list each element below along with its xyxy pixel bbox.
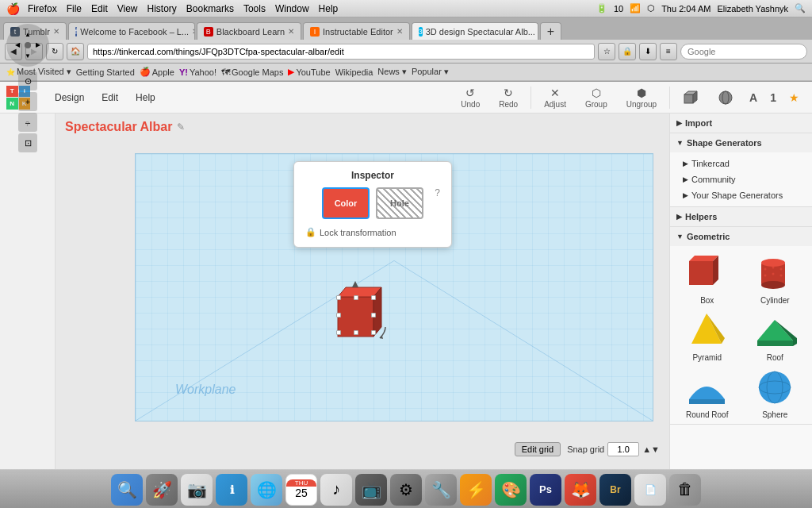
edit-title-icon[interactable]: ✎ (177, 121, 185, 133)
shape-round-roof[interactable]: Round Roof (675, 365, 740, 419)
menu-history[interactable]: History (147, 3, 177, 14)
community-subsection[interactable]: ▶ Community (676, 171, 806, 187)
dock-trash[interactable]: 🗑 (669, 474, 701, 506)
bookmark-star[interactable]: ☆ (598, 43, 615, 60)
dock-tools[interactable]: 🔧 (425, 474, 457, 506)
dock-settings-1[interactable]: ⚙ (390, 474, 422, 506)
redo-button[interactable]: ↻ Redo (489, 84, 527, 111)
tab-facebook[interactable]: f Welcome to Facebook – L... ✕ (68, 22, 195, 40)
dock-pages[interactable]: 📄 (634, 474, 666, 506)
number-button[interactable]: 1 (764, 89, 783, 106)
dock-photos[interactable]: 📷 (181, 474, 213, 506)
undo-button[interactable]: ↺ Undo (451, 84, 489, 111)
snap-grid-input[interactable] (607, 442, 639, 456)
tab-tinkercad[interactable]: 3 3D design Spectacular Alb... ✕ (412, 22, 538, 40)
dock-bridge[interactable]: Br (599, 474, 631, 506)
tab-close-tumblr[interactable]: ✕ (53, 27, 59, 36)
menu-firefox[interactable]: Firefox (28, 3, 57, 14)
tinkercad-label: Tinkercad (691, 159, 730, 168)
url-input[interactable] (87, 44, 595, 60)
tab-close-facebook[interactable]: ✕ (192, 27, 195, 36)
dock-firefox[interactable]: 🦊 (565, 474, 596, 506)
helpers-arrow: ▶ (676, 213, 682, 221)
bookmark-apple[interactable]: 🍎 Apple (140, 67, 174, 77)
import-header[interactable]: ▶ Import (670, 114, 812, 133)
dock-video[interactable]: 📺 (355, 474, 387, 506)
svg-marker-11 (352, 281, 358, 287)
dock-photoshop[interactable]: Ps (530, 474, 561, 506)
tab-close-instructable[interactable]: ✕ (396, 27, 403, 36)
group-icon: ⬡ (592, 87, 601, 99)
adjust-icon: ✕ (550, 87, 560, 99)
edit-menu[interactable]: Edit (93, 88, 127, 107)
menu-help[interactable]: Help (319, 3, 339, 14)
dock-paint[interactable]: 🎨 (495, 474, 527, 506)
menu-icon[interactable]: ≡ (660, 43, 677, 60)
hole-button[interactable]: Hole (376, 187, 423, 219)
tab-close-blackboard[interactable]: ✕ (288, 27, 294, 36)
shape-roof[interactable]: Roof (743, 308, 808, 362)
zoom-out-btn[interactable]: – (18, 114, 37, 132)
shape-sphere[interactable]: Sphere (743, 365, 808, 419)
star-button[interactable]: ★ (783, 89, 806, 106)
3d-shape[interactable] (334, 281, 381, 337)
pyramid-thumb (684, 308, 731, 352)
pyramid-label: Pyramid (692, 353, 722, 362)
bookmark-popular[interactable]: Popular ▾ (412, 67, 449, 77)
menu-edit[interactable]: Edit (91, 3, 108, 14)
geometric-header[interactable]: ▼ Geometric (670, 227, 812, 246)
shape-generators-section: ▼ Shape Generators ▶ Tinkercad ▶ Communi… (670, 133, 812, 207)
dock-music[interactable]: ♪ (320, 474, 352, 506)
dock-info[interactable]: ℹ (216, 474, 247, 506)
tinkercad-subsection[interactable]: ▶ Tinkercad (676, 156, 806, 171)
bookmark-youtube[interactable]: ▶ YouTube (288, 67, 330, 77)
menu-file[interactable]: File (67, 3, 82, 14)
fit-view-btn[interactable]: ⊡ (18, 133, 37, 152)
text-button[interactable]: A (743, 89, 764, 106)
edit-grid-button[interactable]: Edit grid (515, 442, 561, 456)
tab-instructable[interactable]: I Instructable Editor ✕ (303, 22, 410, 40)
your-shape-generators-subsection[interactable]: ▶ Your Shape Generators (676, 187, 806, 203)
canvas-area[interactable]: Spectacular Albar ✎ Inspector Color Hole… (56, 114, 669, 469)
snap-stepper[interactable]: ▲▼ (642, 444, 660, 454)
dock-launchpad[interactable]: 🚀 (146, 474, 178, 506)
menu-tools[interactable]: Tools (243, 3, 266, 14)
svg-point-19 (764, 267, 766, 270)
ungroup-button[interactable]: ⬢ Ungroup (617, 84, 666, 111)
search-input[interactable] (680, 44, 807, 60)
menu-window[interactable]: Window (275, 3, 309, 14)
menu-bookmarks[interactable]: Bookmarks (186, 3, 234, 14)
tab-blackboard[interactable]: B Blackboard Learn ✕ (197, 22, 301, 40)
bookmark-getting-started[interactable]: Getting Started (76, 67, 135, 77)
home-button[interactable]: 🏠 (67, 43, 84, 60)
bookmark-yahoo[interactable]: Y! Yahoo! (179, 67, 216, 77)
dock-finder[interactable]: 🔍 (111, 474, 143, 506)
search-icon[interactable]: 🔍 (795, 3, 806, 13)
box-shape-svg (334, 281, 389, 344)
color-button[interactable]: Color (322, 187, 370, 219)
dock-calendar[interactable]: THU25 (285, 474, 317, 506)
bookmark-wikipedia[interactable]: Wikipedia (335, 67, 373, 77)
menu-view[interactable]: View (117, 3, 138, 14)
shape-box[interactable]: Box (675, 251, 740, 305)
adjust-button[interactable]: ✕ Adjust (534, 84, 576, 111)
view-cube-button[interactable] (673, 87, 708, 108)
group-button[interactable]: ⬡ Group (576, 84, 617, 111)
help-menu[interactable]: Help (127, 88, 164, 107)
inspector-help[interactable]: ? (435, 187, 440, 198)
tab-new[interactable]: + (540, 22, 561, 40)
shape-cylinder[interactable]: Cylinder (743, 251, 808, 305)
svg-point-22 (764, 274, 766, 276)
dock-electric[interactable]: ⚡ (460, 474, 492, 506)
shape-generators-header[interactable]: ▼ Shape Generators (670, 133, 812, 152)
dock-browser[interactable]: 🌐 (251, 474, 282, 506)
design-menu[interactable]: Design (46, 88, 93, 107)
shape-pyramid[interactable]: Pyramid (675, 308, 740, 362)
lock-transformation[interactable]: 🔒 Lock transformation (302, 225, 443, 239)
bookmark-google-maps[interactable]: 🗺 Google Maps (221, 67, 283, 77)
download-icon[interactable]: ⬇ (639, 43, 657, 60)
bookmark-news[interactable]: News ▾ (377, 67, 407, 77)
helpers-header[interactable]: ▶ Helpers (670, 207, 812, 226)
view-sphere-button[interactable] (708, 87, 743, 108)
apple-menu[interactable]: 🍎 (6, 2, 20, 15)
